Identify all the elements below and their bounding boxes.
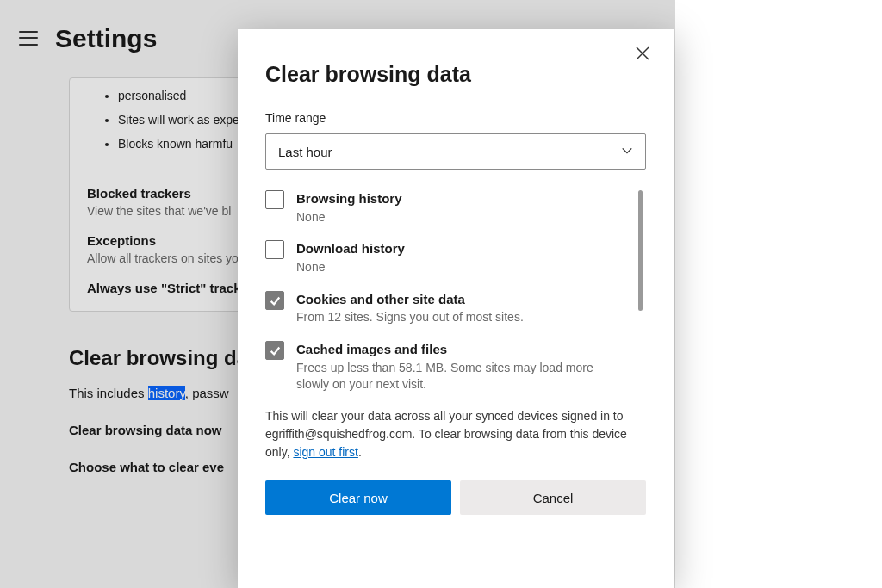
page-title: Settings <box>55 24 157 53</box>
clear-now-button[interactable]: Clear now <box>265 480 451 515</box>
time-range-label: Time range <box>265 111 646 125</box>
browsing-history-row[interactable]: Browsing history None <box>265 190 624 225</box>
download-history-row[interactable]: Download history None <box>265 240 624 275</box>
menu-icon[interactable] <box>19 29 38 48</box>
right-blank-area <box>675 0 882 588</box>
clear-browsing-data-dialog: Clear browsing data Time range Last hour… <box>238 29 674 588</box>
item-sub: Frees up less than 58.1 MB. Some sites m… <box>296 360 624 393</box>
data-type-list: Browsing history None Download history N… <box>265 190 646 392</box>
dialog-title: Clear browsing data <box>265 62 646 87</box>
item-title: Cookies and other site data <box>296 291 524 308</box>
scrollbar-thumb[interactable] <box>638 190 643 311</box>
item-sub: From 12 sites. Signs you out of most sit… <box>296 309 524 325</box>
time-range-select[interactable]: Last hour <box>265 133 646 170</box>
item-sub: None <box>296 209 402 226</box>
item-title: Cached images and files <box>296 341 624 358</box>
cached-checkbox[interactable] <box>265 341 284 360</box>
cancel-button[interactable]: Cancel <box>460 480 646 515</box>
highlighted-text: history <box>148 386 185 400</box>
time-range-value: Last hour <box>278 145 332 159</box>
browsing-history-checkbox[interactable] <box>265 190 284 209</box>
item-sub: None <box>296 259 405 275</box>
cookies-row[interactable]: Cookies and other site data From 12 site… <box>265 291 624 325</box>
close-icon <box>636 46 649 60</box>
chevron-down-icon <box>621 145 633 159</box>
close-button[interactable] <box>636 46 655 65</box>
item-title: Download history <box>296 240 405 257</box>
cookies-checkbox[interactable] <box>265 291 284 310</box>
download-history-checkbox[interactable] <box>265 240 284 259</box>
item-title: Browsing history <box>296 190 402 207</box>
cached-row[interactable]: Cached images and files Frees up less th… <box>265 341 624 392</box>
sync-note: This will clear your data across all you… <box>265 407 646 461</box>
sign-out-link[interactable]: sign out first <box>293 445 357 459</box>
